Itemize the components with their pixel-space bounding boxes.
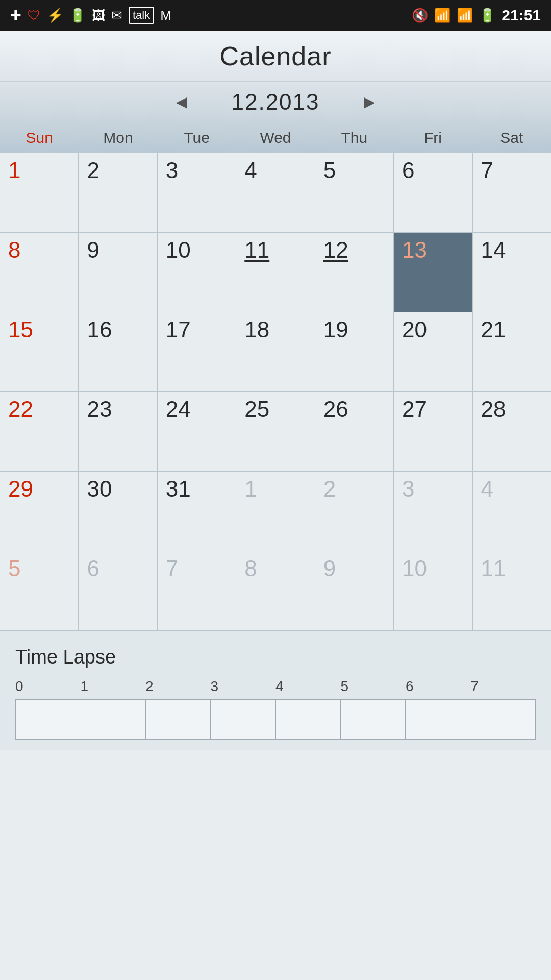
time-lapse-section: Time Lapse 01234567 bbox=[0, 631, 551, 750]
calendar-day-1-week4[interactable]: 1 bbox=[236, 472, 315, 551]
day-number: 17 bbox=[166, 318, 191, 341]
calendar-day-31-week4[interactable]: 31 bbox=[158, 472, 236, 551]
scale-label-3: 3 bbox=[211, 678, 276, 695]
add-icon: ✚ bbox=[10, 8, 21, 23]
talk-icon: talk bbox=[129, 7, 154, 24]
bar-segment-5 bbox=[341, 700, 406, 739]
calendar-day-6-week0[interactable]: 6 bbox=[394, 153, 472, 232]
scale-label-5: 5 bbox=[341, 678, 406, 695]
time-lapse-title: Time Lapse bbox=[15, 646, 536, 668]
calendar-day-22-week3[interactable]: 22 bbox=[0, 392, 79, 471]
week-row-2: 15161718192021 bbox=[0, 312, 551, 392]
day-number: 8 bbox=[8, 239, 20, 261]
prev-month-button[interactable]: ◄ bbox=[162, 86, 201, 118]
calendar-day-19-week2[interactable]: 19 bbox=[315, 312, 394, 391]
day-number: 30 bbox=[87, 478, 112, 500]
day-number: 21 bbox=[481, 318, 506, 341]
calendar-day-9-week5[interactable]: 9 bbox=[315, 551, 394, 630]
day-number: 9 bbox=[323, 557, 336, 580]
next-month-button[interactable]: ► bbox=[350, 86, 389, 118]
scale-label-4: 4 bbox=[276, 678, 341, 695]
bar-segment-7 bbox=[470, 700, 535, 739]
day-number: 10 bbox=[402, 557, 427, 580]
day-number: 27 bbox=[402, 398, 427, 421]
day-number: 31 bbox=[166, 478, 191, 500]
day-number: 6 bbox=[87, 557, 99, 580]
day-headers: SunMonTueWedThuFriSat bbox=[0, 122, 551, 153]
calendar-day-10-week1[interactable]: 10 bbox=[158, 233, 236, 312]
calendar-day-8-week5[interactable]: 8 bbox=[236, 551, 315, 630]
calendar-day-9-week1[interactable]: 9 bbox=[79, 233, 157, 312]
app-header: Calendar bbox=[0, 31, 551, 82]
day-number: 10 bbox=[166, 239, 191, 261]
calendar-day-24-week3[interactable]: 24 bbox=[158, 392, 236, 471]
day-header-wed: Wed bbox=[236, 122, 315, 153]
day-number: 7 bbox=[166, 557, 178, 580]
bar-segment-2 bbox=[146, 700, 211, 739]
scale-label-1: 1 bbox=[81, 678, 146, 695]
calendar-day-27-week3[interactable]: 27 bbox=[394, 392, 472, 471]
calendar-day-11-week5[interactable]: 11 bbox=[473, 551, 551, 630]
scale-label-0: 0 bbox=[15, 678, 81, 695]
bar-segment-4 bbox=[276, 700, 341, 739]
calendar-day-7-week0[interactable]: 7 bbox=[473, 153, 551, 232]
calendar-day-17-week2[interactable]: 17 bbox=[158, 312, 236, 391]
day-number: 6 bbox=[402, 159, 414, 182]
calendar-day-12-week1[interactable]: 12 bbox=[315, 233, 394, 312]
usb-icon: ⚡ bbox=[47, 8, 63, 23]
day-number: 18 bbox=[244, 318, 269, 341]
calendar-day-1-week0[interactable]: 1 bbox=[0, 153, 79, 232]
calendar-day-14-week1[interactable]: 14 bbox=[473, 233, 551, 312]
day-number: 15 bbox=[8, 318, 33, 341]
bar-segment-0 bbox=[16, 700, 81, 739]
calendar-day-4-week4[interactable]: 4 bbox=[473, 472, 551, 551]
scale-label-7: 7 bbox=[471, 678, 536, 695]
calendar-day-13-week1[interactable]: 13 bbox=[394, 233, 472, 312]
day-number: 4 bbox=[244, 159, 257, 182]
battery-icon: 🔋 bbox=[69, 8, 86, 23]
calendar-day-15-week2[interactable]: 15 bbox=[0, 312, 79, 391]
day-number: 14 bbox=[481, 239, 506, 261]
day-number: 7 bbox=[481, 159, 493, 182]
calendar-day-16-week2[interactable]: 16 bbox=[79, 312, 157, 391]
calendar-day-23-week3[interactable]: 23 bbox=[79, 392, 157, 471]
bar-segment-6 bbox=[406, 700, 470, 739]
image-icon: 🖼 bbox=[92, 8, 105, 23]
calendar-day-11-week1[interactable]: 11 bbox=[236, 233, 315, 312]
calendar-day-10-week5[interactable]: 10 bbox=[394, 551, 472, 630]
calendar-day-2-week0[interactable]: 2 bbox=[79, 153, 157, 232]
calendar-day-20-week2[interactable]: 20 bbox=[394, 312, 472, 391]
calendar-day-5-week5[interactable]: 5 bbox=[0, 551, 79, 630]
wifi-icon: 📶 bbox=[434, 8, 450, 23]
calendar-day-29-week4[interactable]: 29 bbox=[0, 472, 79, 551]
calendar-day-28-week3[interactable]: 28 bbox=[473, 392, 551, 471]
calendar-day-8-week1[interactable]: 8 bbox=[0, 233, 79, 312]
calendar-day-21-week2[interactable]: 21 bbox=[473, 312, 551, 391]
status-left-icons: ✚ 🛡 ⚡ 🔋 🖼 ✉ talk M bbox=[10, 7, 171, 24]
day-number: 1 bbox=[244, 478, 257, 500]
calendar-day-6-week5[interactable]: 6 bbox=[79, 551, 157, 630]
calendar-day-2-week4[interactable]: 2 bbox=[315, 472, 394, 551]
calendar-day-30-week4[interactable]: 30 bbox=[79, 472, 157, 551]
day-header-sun: Sun bbox=[0, 122, 79, 153]
time-lapse-bar bbox=[15, 699, 536, 740]
day-number: 25 bbox=[244, 398, 269, 421]
calendar-day-4-week0[interactable]: 4 bbox=[236, 153, 315, 232]
calendar-day-3-week4[interactable]: 3 bbox=[394, 472, 472, 551]
day-number: 3 bbox=[402, 478, 414, 500]
scale-label-2: 2 bbox=[145, 678, 211, 695]
calendar-day-7-week5[interactable]: 7 bbox=[158, 551, 236, 630]
month-navigation: ◄ 12.2013 ► bbox=[0, 82, 551, 122]
day-number: 2 bbox=[323, 478, 336, 500]
day-header-mon: Mon bbox=[79, 122, 157, 153]
day-header-sat: Sat bbox=[472, 122, 551, 153]
email-icon: ✉ bbox=[111, 8, 122, 23]
calendar-day-3-week0[interactable]: 3 bbox=[158, 153, 236, 232]
battery-full-icon: 🔋 bbox=[479, 8, 495, 23]
calendar-day-5-week0[interactable]: 5 bbox=[315, 153, 394, 232]
calendar-day-18-week2[interactable]: 18 bbox=[236, 312, 315, 391]
calendar-day-25-week3[interactable]: 25 bbox=[236, 392, 315, 471]
calendar-day-26-week3[interactable]: 26 bbox=[315, 392, 394, 471]
week-row-1: 891011121314 bbox=[0, 233, 551, 312]
day-number: 9 bbox=[87, 239, 99, 261]
